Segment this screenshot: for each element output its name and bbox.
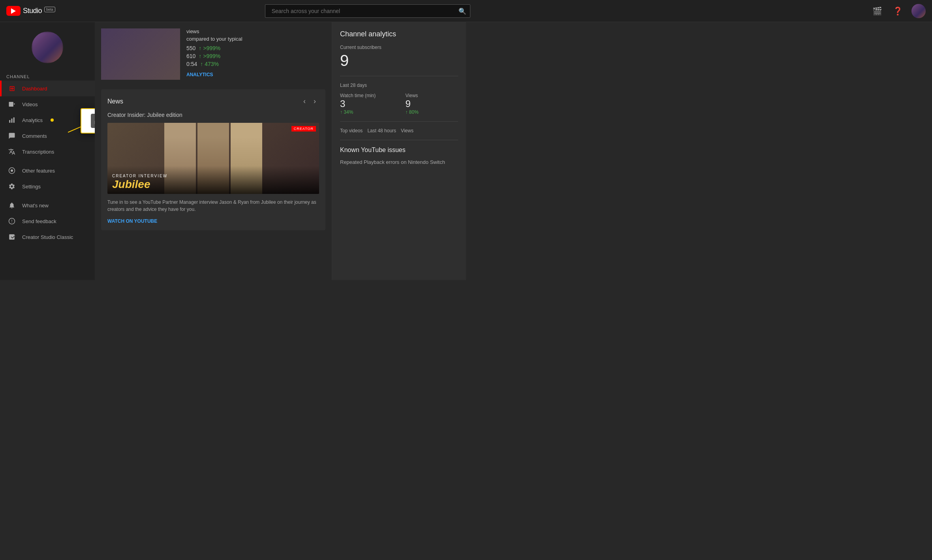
sidebar-item-analytics[interactable]: Analytics Analytics — [0, 112, 95, 128]
watch-time-change: ↑ 34% — [340, 109, 393, 115]
channel-analytics-title: Channel analytics — [340, 30, 458, 38]
search-bar-container: 🔍 — [265, 4, 466, 18]
whats-new-icon — [8, 201, 16, 209]
metrics-row: Watch time (min) 3 ↑ 34% Views 9 ↑ 80% — [340, 93, 458, 115]
stat-row-2: 0:54 ↑ 473% — [186, 61, 242, 67]
last-28-days-label: Last 28 days — [340, 83, 458, 88]
creator-studio-classic-icon — [8, 233, 16, 241]
news-next-button[interactable]: › — [310, 96, 319, 107]
sidebar-item-send-feedback[interactable]: ! Send feedback — [0, 213, 95, 229]
middle-content: views compared to your typical 550 ↑ >99… — [95, 22, 332, 280]
divider-1 — [340, 76, 458, 76]
search-icon: 🔍 — [458, 7, 466, 15]
video-thumbnail — [101, 28, 180, 80]
creator-interview-banner: CREATOR INTERVIEW Jubilee — [107, 166, 319, 194]
news-section: News ‹ › Creator Insider: Jubilee editio… — [101, 89, 325, 230]
sidebar-item-label-other-features: Other features — [22, 168, 55, 174]
videos-icon — [8, 100, 16, 108]
thumbnail-image — [101, 28, 180, 80]
compared-text: compared to your typical — [186, 36, 242, 42]
watch-on-youtube-link[interactable]: WATCH ON YOUTUBE — [107, 218, 157, 224]
watch-time-col: Watch time (min) 3 ↑ 34% — [340, 93, 393, 115]
sidebar-item-other-features[interactable]: Other features — [0, 163, 95, 179]
sidebar: Channel ⊞ Dashboard Videos Analytics — [0, 22, 95, 280]
stat-change-1: ↑ >999% — [199, 53, 220, 59]
analytics-notification-dot — [51, 118, 54, 122]
send-feedback-icon: ! — [8, 217, 16, 225]
video-thumbnail-area — [101, 28, 180, 83]
jubilee-text: Jubilee — [112, 178, 314, 191]
creator-interview-label: CREATOR INTERVIEW — [112, 174, 314, 178]
sidebar-item-creator-studio-classic[interactable]: Creator Studio Classic — [0, 229, 95, 245]
news-nav-buttons: ‹ › — [300, 96, 319, 107]
news-title: News — [107, 98, 123, 105]
sidebar-item-label-comments: Comments — [22, 133, 47, 139]
sidebar-item-label-transcriptions: Transcriptions — [22, 149, 54, 155]
beta-badge: beta — [44, 7, 55, 12]
subscribers-value: 9 — [340, 52, 458, 70]
main-layout: Channel ⊞ Dashboard Videos Analytics — [0, 22, 466, 280]
content-area: views compared to your typical 550 ↑ >99… — [95, 22, 466, 280]
creator-tag: CREATOR — [291, 126, 316, 132]
top-videos-header: Top videos Last 48 hours Views — [340, 128, 458, 133]
channel-avatar-image — [32, 32, 63, 63]
divider-3 — [340, 140, 458, 140]
news-header: News ‹ › — [107, 96, 319, 107]
svg-rect-0 — [9, 102, 13, 107]
views-col-value: 9 — [406, 98, 458, 109]
studio-text: Studio — [23, 7, 42, 15]
svg-rect-1 — [9, 120, 10, 123]
topbar: Studio beta 🔍 🎬 ❓ — [0, 0, 466, 22]
svg-rect-3 — [13, 117, 15, 123]
watch-time-label: Watch time (min) — [340, 93, 393, 98]
current-subscribers-label: Current subscribers — [340, 45, 458, 50]
settings-icon — [8, 182, 16, 190]
stat-value-1: 610 — [186, 53, 195, 59]
sidebar-item-label-whats-new: What's new — [22, 203, 49, 209]
news-thumbnail: CREATOR INTERVIEW Jubilee CREATOR — [107, 123, 319, 194]
news-description: Tune in to see a YouTube Partner Manager… — [107, 199, 319, 213]
sidebar-item-label-send-feedback: Send feedback — [22, 218, 56, 224]
news-prev-button[interactable]: ‹ — [300, 96, 309, 107]
svg-text:!: ! — [11, 219, 13, 224]
transcriptions-icon — [8, 148, 16, 156]
sidebar-item-label-dashboard: Dashboard — [22, 86, 47, 92]
views-label: views — [186, 28, 242, 34]
sidebar-item-dashboard[interactable]: ⊞ Dashboard — [0, 81, 95, 96]
right-panel: Channel analytics Current subscribers 9 … — [332, 22, 466, 280]
stat-row-0: 550 ↑ >999% — [186, 45, 242, 51]
top-videos-views-col: Views — [401, 128, 413, 133]
divider-2 — [340, 121, 458, 122]
stat-row-1: 610 ↑ >999% — [186, 53, 242, 59]
svg-rect-2 — [11, 118, 13, 123]
watch-time-value: 3 — [340, 98, 393, 109]
sidebar-item-settings[interactable]: Settings — [0, 179, 95, 194]
channel-avatar — [32, 32, 63, 63]
analytics-tooltip: Analytics — [81, 108, 95, 133]
sidebar-item-label-analytics: Analytics — [22, 117, 43, 123]
thumbnail-stats-block: views compared to your typical 550 ↑ >99… — [101, 28, 325, 83]
svg-point-9 — [11, 169, 13, 172]
go-analytics-link[interactable]: ANALYTICS — [186, 72, 213, 77]
dashboard-icon: ⊞ — [8, 85, 16, 92]
sidebar-item-label-videos: Videos — [22, 101, 38, 107]
channel-avatar-area — [0, 22, 95, 70]
search-input[interactable] — [265, 4, 466, 18]
comments-icon — [8, 132, 16, 140]
svg-line-7 — [68, 126, 82, 132]
channel-section-label: Channel — [0, 70, 95, 81]
top-videos-label: Top videos — [340, 128, 363, 133]
top-videos-period: Last 48 hours — [367, 128, 396, 133]
news-headline: Creator Insider: Jubilee edition — [107, 112, 319, 118]
analytics-icon — [8, 116, 16, 124]
sidebar-item-transcriptions[interactable]: Transcriptions — [0, 144, 95, 160]
stats-block: views compared to your typical 550 ↑ >99… — [186, 28, 242, 83]
youtube-logo-icon — [6, 6, 21, 16]
issue-text: Repeated Playback errors on Nintendo Swi… — [340, 158, 458, 166]
tooltip-analytics-icon — [91, 114, 95, 128]
other-features-icon — [8, 167, 16, 175]
stat-value-0: 550 — [186, 45, 195, 51]
sidebar-item-label-creator-studio-classic: Creator Studio Classic — [22, 234, 73, 240]
sidebar-item-whats-new[interactable]: What's new — [0, 197, 95, 213]
logo-area: Studio beta — [6, 6, 62, 16]
